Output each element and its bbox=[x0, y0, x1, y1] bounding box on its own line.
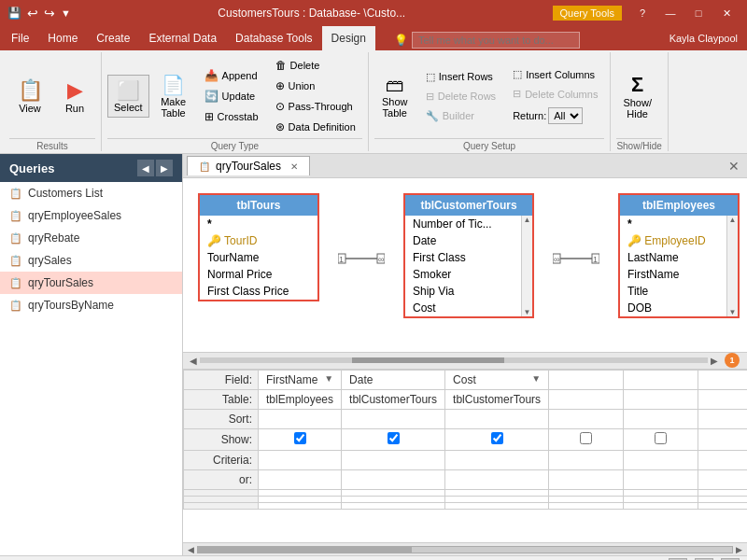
customize-btn[interactable]: ▼ bbox=[61, 7, 71, 19]
field-col-3[interactable]: Cost ▼ bbox=[445, 370, 549, 389]
table-col-6[interactable] bbox=[698, 389, 747, 409]
criteria-col-2[interactable] bbox=[342, 450, 445, 469]
query-tab-close[interactable]: ✕ bbox=[290, 161, 298, 172]
close-btn[interactable]: ✕ bbox=[713, 4, 740, 22]
tblTours-field-tourid[interactable]: 🔑 TourID bbox=[200, 232, 306, 249]
field-col-5[interactable] bbox=[624, 370, 698, 389]
show-col-1[interactable] bbox=[259, 428, 342, 450]
tblEmployees-field-lastname[interactable]: LastName bbox=[620, 249, 726, 266]
h-scroll-left[interactable]: ◀ bbox=[185, 545, 197, 554]
query-tab-tour-sales[interactable]: 📋 qryTourSales ✕ bbox=[187, 156, 310, 175]
tblEmployees-field-star[interactable]: * bbox=[620, 216, 726, 232]
criteria-col-6[interactable] bbox=[698, 450, 747, 469]
field-col-2[interactable]: Date bbox=[342, 370, 445, 389]
table-col-5[interactable] bbox=[624, 389, 698, 409]
help-btn[interactable]: ? bbox=[629, 4, 655, 22]
tblCustomerTours-field-firstclass[interactable]: First Class bbox=[405, 249, 521, 266]
show-hide-button[interactable]: Σ Show/Hide bbox=[616, 68, 658, 124]
menu-external-data[interactable]: External Data bbox=[139, 26, 226, 50]
tblTours-field-tourname[interactable]: TourName bbox=[200, 249, 306, 266]
undo-btn[interactable]: ↩ bbox=[27, 6, 38, 21]
field-dropdown-3[interactable]: ▼ bbox=[531, 373, 541, 384]
field-col-6[interactable] bbox=[698, 370, 747, 389]
delete-button[interactable]: 🗑Delete bbox=[269, 56, 362, 75]
criteria-col-4[interactable] bbox=[549, 450, 624, 469]
select-button[interactable]: ⬜ Select bbox=[107, 75, 149, 118]
menu-home[interactable]: Home bbox=[38, 26, 87, 50]
pass-through-button[interactable]: ⊙Pass-Through bbox=[269, 97, 362, 116]
extra1-col-3[interactable] bbox=[445, 489, 549, 496]
tblEmployees-header[interactable]: tblEmployees bbox=[620, 195, 738, 216]
sort-col-3[interactable] bbox=[445, 409, 549, 428]
return-select[interactable]: All bbox=[548, 107, 583, 124]
tblCustomerTours-field-cost[interactable]: Cost bbox=[405, 300, 521, 316]
horizontal-scrollbar[interactable]: ◀ ▶ bbox=[183, 542, 747, 555]
or-col-6[interactable] bbox=[698, 469, 747, 489]
table-col-1[interactable]: tblEmployees bbox=[259, 389, 342, 409]
sidebar-item-tours-by-name[interactable]: 📋 qryToursByName bbox=[0, 294, 182, 316]
append-button[interactable]: 📥Append bbox=[198, 66, 265, 85]
sidebar-item-sales[interactable]: 📋 qrySales bbox=[0, 249, 182, 272]
sidebar-item-customers-list[interactable]: 📋 Customers List bbox=[0, 182, 182, 204]
sidebar-item-rebate[interactable]: 📋 qryRebate bbox=[0, 227, 182, 249]
criteria-col-3[interactable] bbox=[445, 450, 549, 469]
tblCustomerTours-field-shipvia[interactable]: Ship Via bbox=[405, 283, 521, 300]
insert-rows-button[interactable]: ⬚Insert Rows bbox=[419, 68, 502, 86]
tab-area-close[interactable]: ✕ bbox=[728, 159, 743, 174]
field-col-1[interactable]: FirstName ▼ bbox=[259, 370, 342, 389]
tblCustomerTours-scrollbar[interactable]: ▲ ▼ bbox=[521, 216, 532, 316]
tblEmployees-field-firstname[interactable]: FirstName bbox=[620, 266, 726, 283]
union-button[interactable]: ⊕Union bbox=[269, 77, 362, 95]
minimize-btn[interactable]: — bbox=[657, 4, 684, 22]
crosstab-button[interactable]: ⊞Crosstab bbox=[198, 107, 265, 126]
criteria-col-5[interactable] bbox=[624, 450, 698, 469]
update-button[interactable]: 🔄Update bbox=[198, 87, 265, 105]
show-checkbox-5[interactable] bbox=[655, 432, 667, 444]
show-checkbox-2[interactable] bbox=[388, 432, 400, 444]
insert-columns-button[interactable]: ⬚Insert Columns bbox=[506, 65, 604, 83]
table-col-2[interactable]: tblCustomerTours bbox=[342, 389, 445, 409]
sort-col-1[interactable] bbox=[259, 409, 342, 428]
h-scroll-right[interactable]: ▶ bbox=[733, 545, 745, 554]
menu-database-tools[interactable]: Database Tools bbox=[226, 26, 322, 50]
menu-create[interactable]: Create bbox=[87, 26, 139, 50]
show-checkbox-3[interactable] bbox=[491, 432, 503, 444]
table-col-4[interactable] bbox=[549, 389, 624, 409]
field-col-4[interactable] bbox=[549, 370, 624, 389]
tblEmployees-scrollbar[interactable]: ▲ ▼ bbox=[726, 216, 738, 316]
or-col-1[interactable] bbox=[259, 469, 342, 489]
sort-col-4[interactable] bbox=[549, 409, 624, 428]
sidebar-item-tour-sales[interactable]: 📋 qryTourSales bbox=[0, 272, 182, 294]
or-col-4[interactable] bbox=[549, 469, 624, 489]
show-col-4[interactable] bbox=[549, 428, 624, 450]
tblEmployees-field-title[interactable]: Title bbox=[620, 283, 726, 300]
menu-design[interactable]: Design bbox=[322, 26, 375, 50]
criteria-col-1[interactable] bbox=[259, 450, 342, 469]
nav-left-arrow[interactable]: ◀ bbox=[187, 356, 200, 366]
sort-col-6[interactable] bbox=[698, 409, 747, 428]
show-table-button[interactable]: 🗃 ShowTable bbox=[374, 70, 416, 123]
menu-file[interactable]: File bbox=[2, 26, 38, 50]
table-col-3[interactable]: tblCustomerTours bbox=[445, 389, 549, 409]
tblEmployees-field-empid[interactable]: 🔑 EmployeeID bbox=[620, 232, 726, 249]
make-table-button[interactable]: 📄 MakeTable bbox=[153, 69, 194, 123]
sidebar-nav-left[interactable]: ◀ bbox=[137, 160, 154, 176]
field-dropdown-1[interactable]: ▼ bbox=[324, 373, 333, 384]
show-col-2[interactable] bbox=[342, 428, 445, 450]
or-col-5[interactable] bbox=[624, 469, 698, 489]
maximize-btn[interactable]: □ bbox=[685, 4, 712, 22]
tblCustomerTours-field-numtickets[interactable]: Number of Tic... bbox=[405, 216, 521, 232]
tblEmployees-field-dob[interactable]: DOB bbox=[620, 300, 726, 316]
data-def-button[interactable]: ⊛Data Definition bbox=[269, 118, 362, 136]
view-button[interactable]: 📋 View bbox=[9, 74, 50, 119]
sort-col-2[interactable] bbox=[342, 409, 445, 428]
tblTours-field-normal-price[interactable]: Normal Price bbox=[200, 266, 306, 283]
redo-btn[interactable]: ↪ bbox=[44, 6, 55, 21]
run-button[interactable]: ▶ Run bbox=[54, 74, 95, 119]
tblTours-header[interactable]: tblTours bbox=[200, 195, 317, 216]
tblCustomerTours-field-date[interactable]: Date bbox=[405, 232, 521, 249]
show-col-6[interactable] bbox=[698, 428, 747, 450]
tblTours-field-firstclass-price[interactable]: First Class Price bbox=[200, 283, 306, 300]
tblTours-field-star[interactable]: * bbox=[200, 216, 306, 232]
sort-col-5[interactable] bbox=[624, 409, 698, 428]
